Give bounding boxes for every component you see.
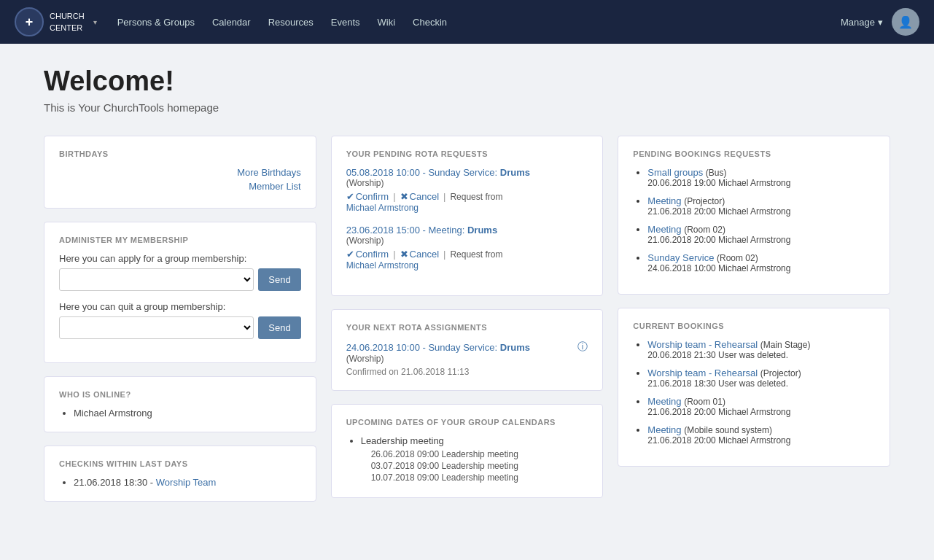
list-item: Meeting (Room 01) 21.06.2018 20:00 Micha… <box>647 396 875 417</box>
next-rota-card: YOUR NEXT ROTA ASSIGNMENTS 24.06.2018 10… <box>331 309 604 391</box>
rota-event: Meeting: <box>428 225 464 236</box>
current-booking-link-4[interactable]: Meeting <box>647 424 681 435</box>
assignment-group: (Worship) <box>346 354 588 364</box>
confirm-button-2[interactable]: ✔ Confirm <box>346 249 389 260</box>
quit-select[interactable] <box>59 316 254 339</box>
cancel-button-2[interactable]: ✖ Cancel <box>400 249 439 260</box>
booking-list: Small groups (Bus) 20.06.2018 19:00 Mich… <box>633 167 875 273</box>
nav-calendar[interactable]: Calendar <box>212 17 251 28</box>
list-item: Leadership meeting 26.06.2018 09:00 Lead… <box>361 435 588 483</box>
administer-card: ADMINISTER MY MEMBERSHIP Here you can ap… <box>44 222 316 363</box>
nav-events[interactable]: Events <box>331 17 360 28</box>
birthdays-title: BIRTHDAYS <box>59 149 301 158</box>
rota-date-link[interactable]: 05.08.2018 10:00 - Sunday Service: Drums <box>346 167 530 178</box>
calendar-date: 10.07.2018 09:00 Leadership meeting <box>371 472 588 483</box>
current-booking-link-2[interactable]: Worship team - Rehearsal <box>647 368 758 378</box>
next-rota-title: YOUR NEXT ROTA ASSIGNMENTS <box>346 323 588 332</box>
calendar-date: 03.07.2018 09:00 Leadership meeting <box>371 461 588 471</box>
calendar-list: Leadership meeting 26.06.2018 09:00 Lead… <box>346 435 588 483</box>
calendar-sub: 26.06.2018 09:00 Leadership meeting 03.0… <box>361 449 588 483</box>
person-link-2[interactable]: Michael Armstrong <box>346 260 419 271</box>
manage-button[interactable]: Manage ▾ <box>841 17 883 28</box>
group-calendars-title: UPCOMING DATES OF YOUR GROUP CALENDARS <box>346 418 588 427</box>
current-booking-link-1[interactable]: Worship team - Rehearsal <box>647 339 758 350</box>
request-from-label: Request from <box>450 249 502 260</box>
list-item: Michael Armstrong <box>74 408 301 419</box>
booking-link-3[interactable]: Meeting <box>647 224 681 235</box>
list-item: Worship team - Rehearsal (Projector) 21.… <box>647 368 875 389</box>
brand-dropdown-arrow[interactable]: ▾ <box>93 18 97 26</box>
more-birthdays-link[interactable]: More Birthdays <box>59 167 301 178</box>
assignment-date-link[interactable]: 24.06.2018 10:00 - Sunday Service: Drums <box>346 342 530 353</box>
group-name: Leadership meeting <box>361 435 444 446</box>
person-link-1[interactable]: Michael Armstrong <box>346 203 419 213</box>
list-item: Meeting (Room 02) 21.06.2018 20:00 Micha… <box>647 224 875 245</box>
rota-date: 05.08.2018 10:00 <box>346 167 420 178</box>
rota-person: Michael Armstrong <box>346 202 588 213</box>
list-item: Meeting (Mobile sound system) 21.06.2018… <box>647 424 875 446</box>
checkin-link[interactable]: Worship Team <box>156 477 217 488</box>
checkin-list: 21.06.2018 18:30 - Worship Team <box>59 477 301 488</box>
nav-persons-groups[interactable]: Persons & Groups <box>117 17 195 28</box>
brand-name: CHURCH CENTER <box>50 10 85 33</box>
administer-title: ADMINISTER MY MEMBERSHIP <box>59 236 301 244</box>
current-bookings-card: CURRENT BOOKINGS Worship team - Rehearsa… <box>618 308 890 467</box>
booking-link-2[interactable]: Meeting <box>647 195 681 206</box>
current-booking-list: Worship team - Rehearsal (Main Stage) 20… <box>633 339 875 446</box>
pending-rota-title: YOUR PENDING ROTA REQUESTS <box>346 149 588 158</box>
confirmed-text: Confirmed on 21.06.2018 11:13 <box>346 367 588 377</box>
calendar-date: 26.06.2018 09:00 Leadership meeting <box>371 449 588 459</box>
x-icon: ✖ <box>400 249 408 260</box>
apply-send-button[interactable]: Send <box>258 268 300 291</box>
rota-instrument: Drums <box>500 167 530 178</box>
rota-group: (Worship) <box>346 178 588 188</box>
main-content: Welcome! This is Your ChurchTools homepa… <box>0 44 934 524</box>
booking-link-1[interactable]: Small groups <box>647 167 703 178</box>
rota-item: 05.08.2018 10:00 - Sunday Service: Drums… <box>346 167 588 213</box>
list-item: Small groups (Bus) 20.06.2018 19:00 Mich… <box>647 167 875 188</box>
column-right: PENDING BOOKINGS REQUESTS Small groups (… <box>618 136 890 502</box>
logo-icon[interactable]: + <box>15 7 44 36</box>
list-item: Meeting (Projector) 21.06.2018 20:00 Mic… <box>647 195 875 217</box>
nav-resources[interactable]: Resources <box>268 17 314 28</box>
member-list-link[interactable]: Member List <box>59 181 301 192</box>
rota-date-line: 23.06.2018 15:00 - Meeting: Drums <box>346 225 588 236</box>
booking-link-4[interactable]: Sunday Service <box>647 252 714 263</box>
birthdays-card: BIRTHDAYS More Birthdays Member List <box>44 136 316 209</box>
rota-date-link[interactable]: 23.06.2018 15:00 - Meeting: Drums <box>346 225 497 236</box>
quit-send-button[interactable]: Send <box>258 316 300 339</box>
rota-actions: ✔ Confirm | ✖ Cancel | Request from <box>346 249 588 260</box>
current-bookings-title: CURRENT BOOKINGS <box>633 322 875 330</box>
quit-input-group: Send <box>59 316 301 339</box>
user-avatar[interactable]: 👤 <box>892 8 919 36</box>
manage-dropdown-arrow: ▾ <box>878 17 883 28</box>
nav-wiki[interactable]: Wiki <box>378 17 396 28</box>
list-item: Worship team - Rehearsal (Main Stage) 20… <box>647 339 875 360</box>
cancel-button-1[interactable]: ✖ Cancel <box>400 191 439 202</box>
info-icon[interactable]: ⓘ <box>577 341 588 354</box>
pending-rota-card: YOUR PENDING ROTA REQUESTS 05.08.2018 10… <box>331 136 604 296</box>
nav-checkin[interactable]: Checkin <box>413 17 447 28</box>
rota-date-line: 05.08.2018 10:00 - Sunday Service: Drums <box>346 167 588 178</box>
confirm-button-1[interactable]: ✔ Confirm <box>346 191 389 202</box>
pending-bookings-title: PENDING BOOKINGS REQUESTS <box>633 149 875 158</box>
request-from-label: Request from <box>450 192 502 202</box>
header: + CHURCH CENTER ▾ Persons & Groups Calen… <box>0 0 934 44</box>
header-right: Manage ▾ 👤 <box>841 8 919 36</box>
dashboard-grid: BIRTHDAYS More Birthdays Member List ADM… <box>44 136 890 502</box>
quit-group: Here you can quit a group membership: Se… <box>59 301 301 339</box>
apply-label: Here you can apply for a group membershi… <box>59 253 301 264</box>
checkins-title: CHECKINS WITHIN LAST DAYS <box>59 459 301 468</box>
online-list: Michael Armstrong <box>59 408 301 419</box>
assignment-item: 24.06.2018 10:00 - Sunday Service: Drums… <box>346 341 588 377</box>
assignment-header: 24.06.2018 10:00 - Sunday Service: Drums… <box>346 341 588 354</box>
brand-line1: CHURCH <box>50 12 85 20</box>
brand-line2: CENTER <box>50 23 82 32</box>
checkmark-icon: ✔ <box>346 191 354 202</box>
current-booking-link-3[interactable]: Meeting <box>647 396 681 407</box>
rota-instrument: Drums <box>467 225 497 236</box>
checkins-card: CHECKINS WITHIN LAST DAYS 21.06.2018 18:… <box>44 446 316 502</box>
list-item: 21.06.2018 18:30 - Worship Team <box>74 477 301 488</box>
apply-select[interactable] <box>59 268 254 291</box>
x-icon: ✖ <box>400 191 408 202</box>
